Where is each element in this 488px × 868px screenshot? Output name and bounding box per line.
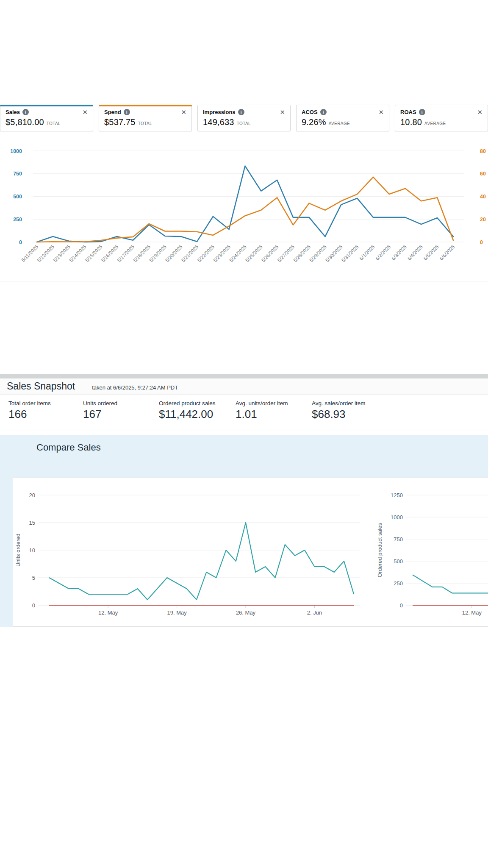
- svg-text:5/30/2025: 5/30/2025: [324, 244, 344, 263]
- units-ordered-chart[interactable]: 0510152012. May19. May26. May2. JunUnits…: [13, 478, 370, 627]
- svg-text:40: 40: [480, 194, 486, 200]
- metric-card-sales[interactable]: Sales i ✕ $5,810.00 TOTAL: [0, 105, 93, 131]
- svg-text:750: 750: [394, 536, 403, 542]
- stat-avg-units-order-item: Avg. units/order item 1.01: [236, 400, 312, 429]
- compare-sales-title: Compare Sales: [36, 442, 101, 453]
- spend-accent-bar: [99, 105, 192, 106]
- close-icon[interactable]: ✕: [82, 109, 88, 115]
- close-icon[interactable]: ✕: [280, 109, 285, 115]
- svg-text:750: 750: [13, 171, 22, 177]
- acos-accent-bar: [296, 105, 389, 106]
- svg-text:5/16/2025: 5/16/2025: [100, 244, 119, 263]
- svg-text:500: 500: [394, 558, 403, 565]
- metric-card-impressions[interactable]: Impressions i ✕ 149,633 TOTAL: [197, 105, 291, 131]
- metric-card-acos[interactable]: ACOS i ✕ 9.26% AVERAGE: [296, 105, 389, 131]
- svg-text:20: 20: [29, 492, 35, 498]
- stat-label: Total order items: [8, 400, 83, 406]
- svg-text:15: 15: [29, 520, 35, 526]
- svg-text:6/1/2025: 6/1/2025: [358, 244, 375, 261]
- metric-card-title: Sales: [6, 109, 20, 115]
- svg-text:0: 0: [480, 239, 483, 245]
- info-icon[interactable]: i: [124, 109, 130, 115]
- info-icon[interactable]: i: [320, 109, 327, 115]
- svg-text:6/4/2025: 6/4/2025: [407, 244, 424, 261]
- stat-label: Avg. sales/order item: [312, 400, 366, 406]
- svg-text:5: 5: [32, 575, 35, 581]
- stat-units-ordered: Units ordered 167: [83, 400, 159, 429]
- sales-spend-chart[interactable]: 025050075010000204060805/11/20255/12/202…: [0, 140, 488, 281]
- svg-text:19. May: 19. May: [167, 609, 187, 616]
- stat-value: $11,442.00: [159, 408, 236, 421]
- metric-card-value: 10.80: [400, 117, 422, 127]
- svg-text:5/24/2025: 5/24/2025: [228, 244, 247, 263]
- metric-card-spend[interactable]: Spend i ✕ $537.75 TOTAL: [99, 105, 192, 131]
- close-icon[interactable]: ✕: [378, 109, 384, 115]
- info-icon[interactable]: i: [419, 109, 425, 115]
- stat-value: $68.93: [312, 408, 366, 421]
- svg-text:60: 60: [480, 171, 486, 177]
- svg-text:0: 0: [32, 602, 35, 609]
- svg-text:6/5/2025: 6/5/2025: [422, 244, 439, 261]
- svg-text:500: 500: [13, 194, 22, 200]
- svg-text:5/20/2025: 5/20/2025: [164, 244, 183, 263]
- info-icon[interactable]: i: [22, 109, 29, 115]
- info-icon[interactable]: i: [238, 109, 244, 115]
- svg-text:Ordered product sales: Ordered product sales: [377, 523, 383, 577]
- svg-text:1000: 1000: [391, 514, 403, 520]
- stat-value: 167: [83, 408, 159, 421]
- metric-card-title: ACOS: [302, 109, 318, 115]
- svg-text:20: 20: [480, 217, 486, 223]
- impressions-accent-bar: [197, 105, 291, 106]
- stat-avg-sales-order-item: Avg. sales/order item $68.93: [312, 400, 366, 429]
- close-icon[interactable]: ✕: [477, 109, 482, 115]
- svg-text:5/27/2025: 5/27/2025: [277, 244, 296, 263]
- svg-text:6/3/2025: 6/3/2025: [391, 244, 408, 261]
- panel-divider: [370, 478, 370, 627]
- metric-card-unit: TOTAL: [237, 121, 251, 126]
- svg-text:80: 80: [480, 148, 486, 154]
- metric-card-value: $537.75: [104, 117, 136, 127]
- metric-card-roas[interactable]: ROAS i ✕ 10.80 AVERAGE: [395, 105, 488, 131]
- snapshot-timestamp: taken at 6/6/2025, 9:27:24 AM PDT: [92, 384, 178, 391]
- roas-accent-bar: [395, 105, 488, 106]
- snapshot-stats-row: Total order items 166 Units ordered 167 …: [0, 395, 488, 429]
- metric-card-unit: AVERAGE: [424, 121, 446, 126]
- svg-text:0: 0: [400, 602, 403, 609]
- svg-text:2. Jun: 2. Jun: [307, 609, 322, 616]
- thick-divider-bar: [0, 374, 488, 378]
- stat-label: Units ordered: [83, 400, 159, 406]
- svg-text:250: 250: [394, 580, 403, 587]
- svg-text:5/18/2025: 5/18/2025: [132, 244, 151, 263]
- svg-text:5/21/2025: 5/21/2025: [180, 244, 200, 263]
- svg-text:5/17/2025: 5/17/2025: [116, 244, 136, 263]
- svg-text:5/22/2025: 5/22/2025: [197, 244, 216, 263]
- metric-card-value: 9.26%: [302, 117, 326, 127]
- stat-value: 166: [8, 408, 83, 421]
- ordered-product-sales-chart[interactable]: 02505007501000125012. May19. May26. May2…: [370, 478, 488, 627]
- stat-total-order-items: Total order items 166: [8, 400, 83, 429]
- metric-card-title: ROAS: [400, 109, 416, 115]
- svg-text:26. May: 26. May: [236, 609, 256, 616]
- metric-card-unit: TOTAL: [138, 121, 152, 126]
- svg-text:5/19/2025: 5/19/2025: [148, 244, 167, 263]
- svg-text:5/28/2025: 5/28/2025: [292, 244, 311, 263]
- metric-card-title: Impressions: [203, 109, 236, 115]
- metric-card-unit: AVERAGE: [329, 121, 350, 126]
- sales-accent-bar: [0, 105, 93, 106]
- stat-value: 1.01: [236, 408, 312, 421]
- compare-sales-section: Compare Sales 0510152012. May19. May26. …: [0, 435, 488, 627]
- sales-snapshot-title: Sales Snapshot: [7, 381, 75, 392]
- svg-text:6/2/2025: 6/2/2025: [374, 244, 391, 261]
- metric-card-unit: TOTAL: [47, 121, 61, 126]
- close-icon[interactable]: ✕: [181, 109, 186, 115]
- svg-text:5/23/2025: 5/23/2025: [212, 244, 231, 263]
- svg-text:1250: 1250: [391, 492, 403, 498]
- metric-card-value: 149,633: [203, 117, 234, 127]
- svg-text:250: 250: [13, 217, 22, 223]
- stat-ordered-product-sales: Ordered product sales $11,442.00: [159, 400, 236, 429]
- svg-text:5/14/2025: 5/14/2025: [68, 244, 87, 263]
- svg-text:10: 10: [29, 547, 35, 554]
- stat-label: Avg. units/order item: [236, 400, 312, 406]
- metric-cards-row: Sales i ✕ $5,810.00 TOTAL Spend i ✕ $537…: [0, 105, 488, 131]
- svg-text:5/15/2025: 5/15/2025: [84, 244, 103, 263]
